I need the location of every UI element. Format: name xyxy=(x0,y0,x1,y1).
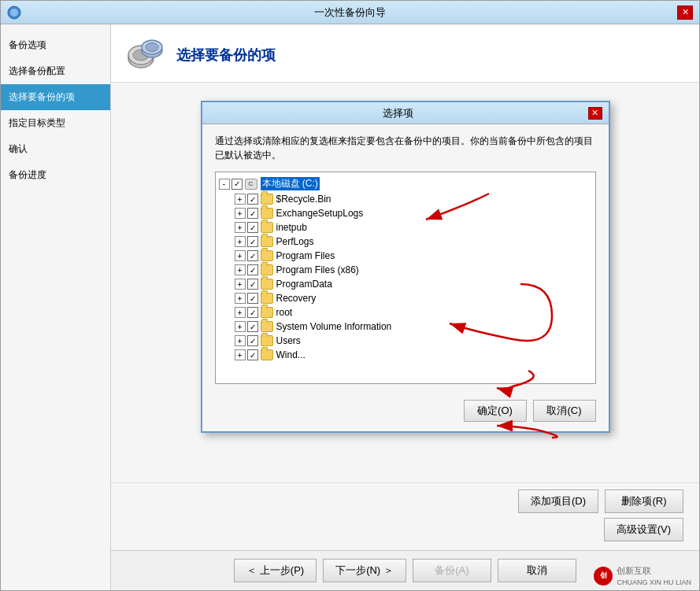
action-area: 添加项目(D) 删除项(R) 高级设置(V) xyxy=(111,482,699,550)
file-tree[interactable]: - C 本地磁盘 (C:) + xyxy=(215,172,596,384)
folder-icon-users xyxy=(261,335,273,346)
tree-expand-sysvolinfo[interactable]: + xyxy=(235,321,246,332)
folder-icon-perflogs xyxy=(261,236,273,247)
page-title: 选择要备份的项 xyxy=(176,46,276,65)
dialog-footer: 确定(O) 取消(C) xyxy=(202,393,609,431)
tree-checkbox-programfiles[interactable] xyxy=(247,250,258,261)
tree-root-item[interactable]: - C 本地磁盘 (C:) xyxy=(216,175,595,192)
watermark-logo: 创 xyxy=(594,567,613,585)
folder-icon-programdata xyxy=(261,279,273,290)
tree-expand-programfiles[interactable]: + xyxy=(235,250,246,261)
sidebar-item-select-items[interactable]: 选择要备份的项 xyxy=(1,84,110,110)
dialog-titlebar: 选择项 ✕ xyxy=(202,102,609,124)
tree-expand-programdata[interactable]: + xyxy=(235,279,246,290)
dialog-title: 选择项 xyxy=(209,106,588,120)
tree-item-recycle[interactable]: + $Recycle.Bin xyxy=(216,192,595,206)
dialog-ok-button[interactable]: 确定(O) xyxy=(464,400,527,422)
advanced-button-row: 高级设置(V) xyxy=(127,518,683,541)
tree-label-recovery: Recovery xyxy=(276,293,317,304)
tree-expand-root[interactable]: - xyxy=(219,179,230,190)
backup-button[interactable]: 备份(A) xyxy=(413,559,491,582)
dialog-body: 通过选择或清除相应的复选框来指定要包含在备份中的项目。你的当前备份中所包含的项目… xyxy=(202,124,609,393)
tree-checkbox-recycle[interactable] xyxy=(247,194,258,205)
tree-expand-exchange[interactable]: + xyxy=(235,208,246,219)
tree-item-users[interactable]: + Users xyxy=(216,334,595,348)
tree-checkbox-sysvolinfo[interactable] xyxy=(247,321,258,332)
add-item-button[interactable]: 添加项目(D) xyxy=(518,489,598,513)
tree-expand-users[interactable]: + xyxy=(235,335,246,346)
app-icon xyxy=(7,6,21,20)
tree-checkbox-root-folder[interactable] xyxy=(247,307,258,318)
tree-label-inetpub: inetpub xyxy=(276,222,307,233)
tree-item-perflogs[interactable]: + PerfLogs xyxy=(216,235,595,249)
tree-checkbox-windows[interactable] xyxy=(247,349,258,360)
advanced-settings-button[interactable]: 高级设置(V) xyxy=(604,518,683,541)
sidebar-item-backup-options[interactable]: 备份选项 xyxy=(1,32,110,58)
folder-icon-programfiles xyxy=(261,250,273,261)
folder-icon-recycle xyxy=(261,194,273,205)
tree-label-sysvolinfo: System Volume Information xyxy=(276,321,392,332)
step-content: 选择项 ✕ 通过选择或清除相应的复选框来指定要包含在备份中的项目。你的当前备份中… xyxy=(111,83,699,482)
tree-label-programfiles: Program Files xyxy=(276,250,335,261)
tree-checkbox-inetpub[interactable] xyxy=(247,222,258,233)
tree-expand-programfiles86[interactable]: + xyxy=(235,264,246,275)
tree-checkbox-exchange[interactable] xyxy=(247,208,258,219)
window-close-button[interactable]: ✕ xyxy=(677,6,693,20)
dialog-cancel-button[interactable]: 取消(C) xyxy=(533,400,596,422)
action-buttons: 添加项目(D) 删除项(R) xyxy=(127,489,683,513)
page-header: 选择要备份的项 xyxy=(111,24,699,83)
tree-item-windows[interactable]: + Wind... xyxy=(216,348,595,362)
folder-icon-recovery xyxy=(261,293,273,304)
window-title: 一次性备份向导 xyxy=(23,6,677,20)
folder-icon-root xyxy=(261,307,273,318)
tree-item-exchange[interactable]: + ExchangeSetupLogs xyxy=(216,206,595,220)
tree-item-inetpub[interactable]: + inetpub xyxy=(216,220,595,235)
tree-item-root[interactable]: + root xyxy=(216,305,595,320)
tree-checkbox-root[interactable] xyxy=(231,179,243,190)
tree-label-recycle: $Recycle.Bin xyxy=(276,194,331,205)
tree-label-users: Users xyxy=(276,335,301,346)
sidebar-item-target-type[interactable]: 指定目标类型 xyxy=(1,110,110,136)
tree-label-perflogs: PerfLogs xyxy=(276,236,314,247)
tree-item-programfiles86[interactable]: + Program Files (x86) xyxy=(216,263,595,277)
tree-expand-root-folder[interactable]: + xyxy=(235,307,246,318)
folder-icon-windows xyxy=(261,349,273,360)
drive-icon: C xyxy=(245,179,257,190)
tree-label-windows: Wind... xyxy=(276,349,306,360)
prev-button[interactable]: ＜ 上一步(P) xyxy=(234,559,317,582)
dialog-close-button[interactable]: ✕ xyxy=(588,107,602,120)
tree-expand-recycle[interactable]: + xyxy=(235,194,246,205)
tree-item-programdata[interactable]: + ProgramData xyxy=(216,277,595,291)
sidebar-item-confirm[interactable]: 确认 xyxy=(1,136,110,162)
window-body: 备份选项 选择备份配置 选择要备份的项 指定目标类型 确认 备份进度 xyxy=(1,24,699,590)
tree-item-recovery[interactable]: + Recovery xyxy=(216,291,595,305)
tree-item-sysvolinfo[interactable]: + System Volume Information xyxy=(216,320,595,334)
content-area: 选择要备份的项 选择项 ✕ 通过选择或清除相应的复选框来指定要包含在备份中的项目 xyxy=(111,24,699,590)
folder-icon-programfiles86 xyxy=(261,264,273,275)
tree-checkbox-users[interactable] xyxy=(247,335,258,346)
folder-icon-exchange xyxy=(261,208,273,219)
header-icon xyxy=(127,36,165,74)
sidebar-item-backup-config[interactable]: 选择备份配置 xyxy=(1,58,110,84)
svg-point-1 xyxy=(10,9,18,17)
tree-expand-perflogs[interactable]: + xyxy=(235,236,246,247)
svg-point-7 xyxy=(146,43,158,52)
select-items-dialog: 选择项 ✕ 通过选择或清除相应的复选框来指定要包含在备份中的项目。你的当前备份中… xyxy=(201,101,610,433)
watermark-text: 创新互联 CHUANG XIN HU LIAN xyxy=(617,565,691,586)
remove-item-button[interactable]: 删除项(R) xyxy=(605,489,683,513)
tree-label-exchange: ExchangeSetupLogs xyxy=(276,208,364,219)
tree-label-programdata: ProgramData xyxy=(276,279,332,290)
tree-checkbox-recovery[interactable] xyxy=(247,293,258,304)
tree-checkbox-programfiles86[interactable] xyxy=(247,264,258,275)
tree-expand-windows[interactable]: + xyxy=(235,349,246,360)
sidebar-item-progress[interactable]: 备份进度 xyxy=(1,162,110,188)
tree-checkbox-programdata[interactable] xyxy=(247,279,258,290)
tree-item-programfiles[interactable]: + Program Files xyxy=(216,249,595,263)
tree-checkbox-perflogs[interactable] xyxy=(247,236,258,247)
tree-expand-inetpub[interactable]: + xyxy=(235,222,246,233)
next-button[interactable]: 下一步(N) ＞ xyxy=(323,559,406,582)
dialog-description: 通过选择或清除相应的复选框来指定要包含在备份中的项目。你的当前备份中所包含的项目… xyxy=(215,134,596,162)
tree-label-root: root xyxy=(276,307,293,318)
cancel-button[interactable]: 取消 xyxy=(498,559,576,582)
tree-expand-recovery[interactable]: + xyxy=(235,293,246,304)
